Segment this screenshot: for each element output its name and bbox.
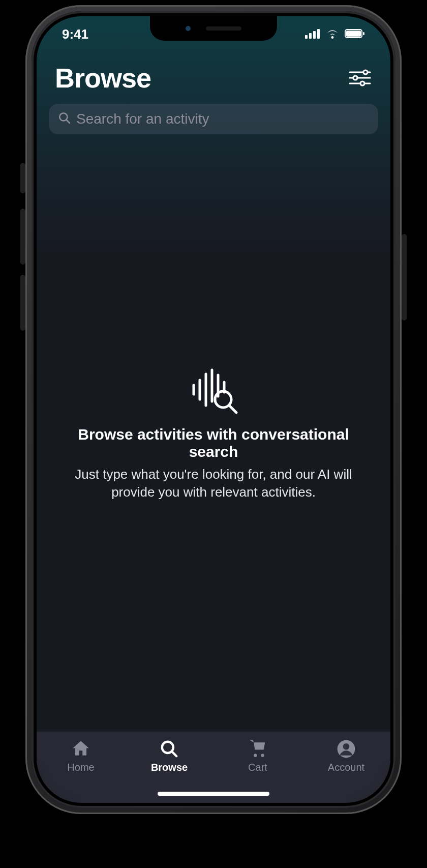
wifi-icon [325,26,340,42]
svg-line-14 [66,120,70,123]
empty-state-subtitle: Just type what you're looking for, and o… [67,466,360,501]
svg-line-24 [172,751,177,757]
power-button [402,234,407,321]
device-notch [150,16,277,41]
home-indicator[interactable] [158,792,269,796]
home-icon [71,739,91,759]
volume-down-button [20,275,25,331]
cellular-signal-icon [305,26,320,42]
ai-search-icon [186,365,241,418]
page-header: Browse [37,52,390,100]
empty-state-title: Browse activities with conversational se… [67,426,360,460]
empty-state: Browse activities with conversational se… [37,134,390,732]
svg-point-8 [363,70,368,74]
account-icon [336,739,356,759]
tab-label: Cart [248,762,267,773]
tab-cart[interactable]: Cart [214,739,302,773]
svg-rect-5 [346,31,361,37]
svg-point-26 [343,743,350,750]
phone-bezel: 9:41 Browse [32,11,395,808]
app-screen: 9:41 Browse [37,16,390,803]
status-time: 9:41 [62,26,88,42]
search-container [37,100,390,134]
front-camera-icon [186,26,191,31]
page-title: Browse [55,62,151,94]
cart-icon [247,739,268,759]
sliders-icon [348,69,372,86]
filter-button[interactable] [348,66,372,90]
tab-browse[interactable]: Browse [125,739,214,773]
svg-rect-0 [305,35,308,39]
tab-label: Account [328,762,364,773]
svg-rect-6 [363,32,364,35]
search-icon [58,111,71,127]
tab-label: Browse [151,762,188,773]
battery-icon [345,26,365,42]
tab-home[interactable]: Home [37,739,125,773]
silence-switch [20,163,25,193]
svg-line-22 [229,406,236,413]
phone-frame: 9:41 Browse [25,5,402,814]
tab-label: Home [67,762,94,773]
search-input[interactable] [76,111,369,127]
speaker-grille [206,26,241,31]
svg-point-10 [353,76,357,80]
volume-up-button [20,209,25,265]
svg-rect-2 [313,31,316,39]
svg-rect-3 [317,29,320,39]
status-indicators [305,26,365,42]
search-bar[interactable] [49,104,378,134]
svg-point-12 [360,81,364,85]
tab-account[interactable]: Account [302,739,390,773]
svg-rect-1 [309,33,312,39]
search-icon [159,739,179,759]
